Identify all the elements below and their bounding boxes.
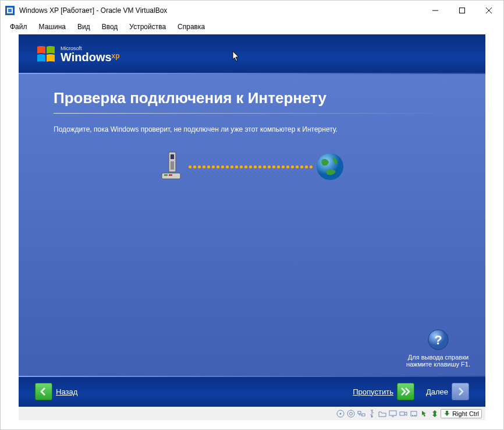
- svg-rect-4: [460, 8, 465, 13]
- skip-button[interactable]: [397, 383, 414, 400]
- globe-icon: [315, 151, 345, 182]
- svg-rect-12: [169, 174, 172, 176]
- window-title: Windows XP [Работает] - Oracle VM Virtua…: [19, 6, 422, 15]
- svg-point-26: [412, 415, 413, 416]
- host-key-indicator[interactable]: Right Ctrl: [441, 409, 482, 418]
- host-titlebar: Windows XP [Работает] - Oracle VM Virtua…: [1, 1, 503, 20]
- menu-view[interactable]: Вид: [72, 22, 96, 32]
- menu-devices[interactable]: Устройства: [123, 22, 172, 32]
- svg-rect-8: [171, 154, 174, 159]
- page-subtitle: Подождите, пока Windows проверит, не под…: [54, 125, 450, 133]
- svg-rect-11: [164, 174, 168, 176]
- xp-footer: Назад Пропустить Далее: [19, 376, 485, 407]
- maximize-button[interactable]: [449, 2, 475, 19]
- guest-screen[interactable]: Microsoft Windowsxp Проверка подключения…: [19, 34, 485, 407]
- svg-rect-24: [400, 412, 404, 415]
- menu-help[interactable]: Справка: [172, 22, 211, 32]
- hard-disk-icon[interactable]: [346, 409, 356, 418]
- svg-point-27: [414, 415, 416, 416]
- xp-header: Microsoft Windowsxp: [19, 34, 485, 74]
- help-text-line1: Для вывода справки: [406, 354, 470, 361]
- vbox-statusbar: Right Ctrl: [19, 407, 485, 420]
- modem-icon: [159, 151, 186, 182]
- svg-rect-21: [362, 414, 365, 416]
- help-icon: ?: [428, 329, 449, 350]
- keyboard-capture-icon[interactable]: [430, 409, 439, 418]
- connection-dots: [189, 165, 313, 168]
- next-label: Далее: [426, 387, 448, 396]
- minimize-button[interactable]: [422, 2, 449, 19]
- help-text-line2: нажмите клавишу F1.: [406, 361, 470, 368]
- svg-rect-9: [171, 161, 174, 170]
- recording-icon[interactable]: [399, 409, 408, 418]
- connection-diagram: [19, 151, 485, 182]
- back-label[interactable]: Назад: [56, 387, 77, 396]
- host-menubar: Файл Машина Вид Ввод Устройства Справка: [1, 20, 503, 33]
- network-icon[interactable]: [357, 409, 366, 418]
- windows-logo-text: Microsoft Windowsxp: [61, 46, 120, 63]
- svg-point-22: [371, 416, 373, 418]
- menu-file[interactable]: Файл: [4, 22, 33, 32]
- svg-point-17: [340, 413, 342, 415]
- next-button: [452, 383, 469, 400]
- menu-input[interactable]: Ввод: [96, 22, 124, 32]
- svg-rect-20: [358, 411, 361, 414]
- close-button[interactable]: [475, 2, 502, 19]
- display-icon[interactable]: [388, 409, 397, 418]
- audio-icon[interactable]: [409, 409, 418, 418]
- virtualbox-icon: [5, 6, 15, 15]
- usb-icon[interactable]: [367, 409, 377, 418]
- windows-flag-icon: [36, 44, 56, 64]
- xp-body: Проверка подключения к Интернету Подожди…: [19, 74, 485, 376]
- svg-rect-23: [389, 411, 396, 415]
- svg-text:?: ?: [434, 333, 442, 347]
- page-heading: Проверка подключения к Интернету: [54, 89, 485, 107]
- help-hint: ? Для вывода справки нажмите клавишу F1.: [406, 329, 470, 368]
- skip-label[interactable]: Пропустить: [353, 387, 393, 396]
- svg-rect-25: [411, 411, 417, 416]
- optical-drive-icon[interactable]: [336, 409, 345, 418]
- mouse-integration-icon[interactable]: [420, 409, 429, 418]
- svg-point-19: [350, 413, 353, 415]
- svg-point-18: [347, 410, 354, 417]
- shared-folder-icon[interactable]: [378, 409, 387, 418]
- arrow-down-icon: [443, 410, 450, 417]
- svg-point-13: [317, 153, 343, 180]
- svg-rect-2: [8, 9, 12, 12]
- heading-divider: [54, 113, 450, 114]
- back-button[interactable]: [35, 383, 52, 400]
- menu-machine[interactable]: Машина: [33, 22, 72, 32]
